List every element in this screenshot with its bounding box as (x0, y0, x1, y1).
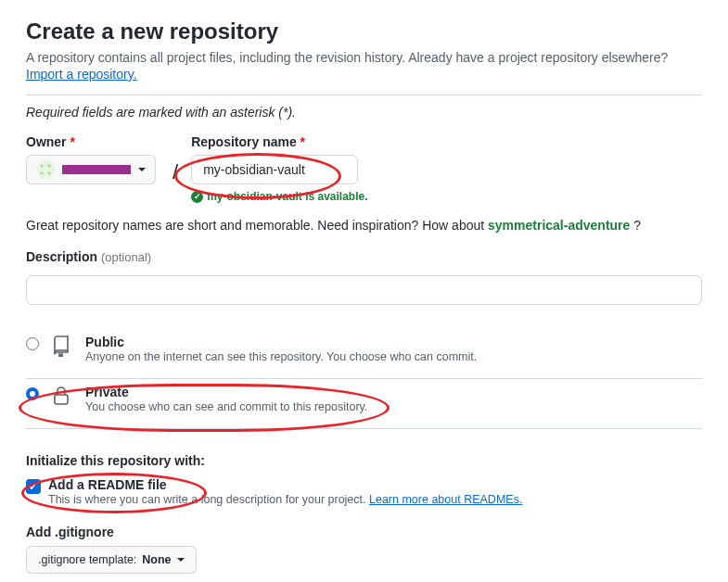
readme-checkbox[interactable] (26, 479, 41, 494)
name-suggestion-link[interactable]: symmetrical-adventure (488, 218, 630, 233)
description-label: Description (optional) (26, 249, 702, 264)
optional-hint: (optional) (101, 250, 151, 264)
caret-down-icon (138, 168, 146, 171)
divider (26, 95, 702, 95)
readme-desc: This is where you can write a long descr… (48, 493, 522, 506)
gitignore-dropdown[interactable]: .gitignore template: None (26, 546, 197, 574)
divider (26, 428, 702, 429)
visibility-private-row[interactable]: Private You choose who can see and commi… (26, 379, 702, 423)
repo-name-label: Repository name * (191, 134, 367, 149)
required-fields-note: Required fields are marked with an aster… (26, 105, 702, 120)
slash-separator: / (172, 160, 178, 184)
radio-public[interactable] (26, 337, 39, 350)
description-input[interactable] (26, 275, 702, 305)
check-circle-icon (191, 191, 203, 203)
readme-label: Add a README file (48, 477, 522, 492)
owner-dropdown[interactable] (26, 155, 156, 184)
gitignore-label: Add .gitignore (26, 525, 702, 539)
page-subtitle: A repository contains all project files,… (26, 50, 702, 65)
asterisk: * (300, 134, 305, 149)
caret-down-icon (177, 558, 185, 562)
lock-icon (50, 385, 74, 410)
public-desc: Anyone on the internet can see this repo… (85, 350, 477, 363)
radio-private[interactable] (26, 387, 39, 400)
import-repo-link[interactable]: Import a repository. (26, 67, 137, 82)
inspiration-text: Great repository names are short and mem… (26, 218, 702, 233)
owner-name-redacted (62, 165, 131, 174)
visibility-public-row[interactable]: Public Anyone on the internet can see th… (26, 329, 702, 373)
avatar (36, 160, 55, 179)
private-title: Private (85, 385, 367, 399)
asterisk: * (70, 134, 74, 149)
svg-rect-0 (55, 395, 68, 404)
repo-icon (50, 335, 74, 360)
readme-checkbox-row[interactable]: Add a README file This is where you can … (26, 477, 702, 506)
owner-label: Owner * (26, 134, 156, 149)
init-heading: Initialize this repository with: (26, 453, 702, 468)
readme-learn-link[interactable]: Learn more about READMEs. (369, 493, 522, 506)
availability-message: my-obsidian-vault is available. (191, 190, 367, 203)
page-title: Create a new repository (26, 19, 702, 44)
public-title: Public (85, 335, 477, 349)
private-desc: You choose who can see and commit to thi… (85, 400, 367, 413)
repo-name-input[interactable] (191, 155, 358, 184)
